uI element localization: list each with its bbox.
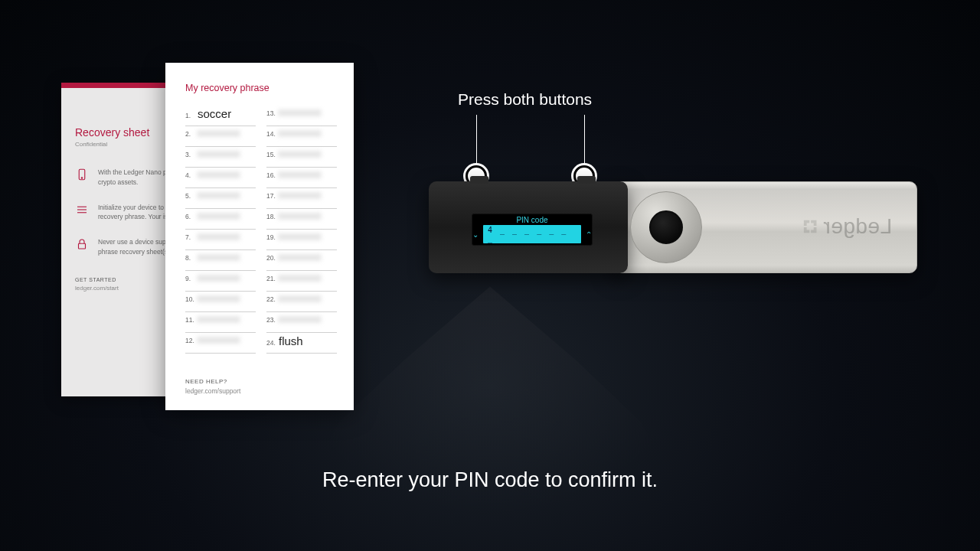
phrase-word-row: 11.xxxxxxxx	[185, 314, 256, 333]
ledger-device: Ledger PIN code ⌄ 4 _ _ _ _ _ _ _ ⌃	[429, 181, 919, 279]
phrase-word-text: flush	[279, 334, 303, 347]
phrase-word-row: 20.xxxxxxxx	[266, 252, 337, 271]
phrase-word-number: 3.	[185, 151, 198, 158]
phrase-word-text: xxxxxxxx	[279, 107, 322, 118]
phrase-word-text: xxxxxxxx	[279, 128, 322, 139]
phrase-word-row: 21.xxxxxxxx	[266, 272, 337, 292]
svg-rect-5	[79, 243, 86, 249]
ledger-brand-icon	[802, 218, 818, 235]
instruction-text: Re-enter your PIN code to confirm it.	[0, 468, 980, 492]
device-pivot-hole	[649, 210, 683, 244]
phrase-word-row: 12.xxxxxxxx	[185, 334, 256, 354]
phrase-card-title: My recovery phrase	[185, 83, 337, 93]
phrase-word-number: 8.	[185, 254, 198, 262]
phrase-word-number: 21.	[266, 275, 279, 282]
phrase-word-text: xxxxxxxx	[198, 148, 240, 159]
phrase-word-row: 3.xxxxxxxx	[185, 148, 256, 168]
chevron-up-icon: ⌃	[586, 230, 592, 239]
phrase-column-1: 1.soccer2.xxxxxxxx3.xxxxxxxx4.xxxxxxxx5.…	[185, 107, 256, 355]
phrase-word-row: 5.xxxxxxxx	[185, 190, 256, 209]
phrase-word-number: 10.	[185, 295, 198, 303]
callout-label: Press both buttons	[458, 90, 592, 109]
phrase-word-text: xxxxxxxx	[198, 169, 240, 180]
phrase-word-number: 16.	[266, 171, 279, 179]
phrase-word-row: 4.xxxxxxxx	[185, 169, 256, 188]
phrase-word-text: xxxxxxxx	[279, 210, 322, 221]
lock-icon	[75, 237, 89, 251]
phrase-word-number: 15.	[266, 151, 279, 158]
phrase-word-number: 17.	[266, 192, 279, 200]
phrase-word-text: xxxxxxxx	[198, 231, 240, 242]
phrase-word-text: xxxxxxxx	[279, 314, 322, 324]
phrase-word-row: 24.flush	[266, 334, 337, 354]
phrase-word-text: xxxxxxxx	[198, 190, 240, 201]
phrase-word-number: 7.	[185, 233, 198, 241]
callout-line-left	[476, 115, 477, 165]
phrase-word-text: soccer	[198, 107, 231, 120]
phrase-word-row: 18.xxxxxxxx	[266, 210, 337, 230]
phrase-word-number: 5.	[185, 192, 198, 200]
phrase-word-text: xxxxxxxx	[279, 231, 322, 242]
phrase-word-row: 8.xxxxxxxx	[185, 252, 256, 271]
phrase-word-number: 11.	[185, 316, 198, 324]
phrase-word-number: 13.	[266, 109, 279, 117]
phrase-word-number: 12.	[185, 337, 198, 344]
phrase-word-text: xxxxxxxx	[279, 252, 322, 262]
device-screen: PIN code ⌄ 4 _ _ _ _ _ _ _ ⌃	[472, 214, 593, 246]
phrase-word-row: 2.xxxxxxxx	[185, 128, 256, 147]
phrase-word-number: 18.	[266, 213, 279, 220]
phrase-word-row: 13.xxxxxxxx	[266, 107, 337, 126]
phrase-word-number: 19.	[266, 233, 279, 241]
phrase-word-text: xxxxxxxx	[279, 190, 322, 201]
screen-title: PIN code	[516, 216, 547, 224]
phrase-word-row: 1.soccer	[185, 107, 256, 126]
phrase-word-number: 1.	[185, 112, 198, 119]
phrase-word-row: 22.xxxxxxxx	[266, 293, 337, 312]
phrase-word-number: 20.	[266, 254, 279, 262]
phrase-word-number: 6.	[185, 213, 198, 220]
phrase-word-number: 24.	[266, 339, 279, 347]
callout-line-right	[584, 115, 585, 165]
phrase-word-text: xxxxxxxx	[198, 293, 240, 304]
phrase-word-text: xxxxxxxx	[198, 128, 240, 139]
list-icon	[75, 203, 89, 217]
phrase-word-text: xxxxxxxx	[198, 314, 240, 324]
phrase-word-text: xxxxxxxx	[198, 334, 240, 345]
phrase-help-link: ledger.com/support	[185, 387, 337, 395]
phrase-word-text: xxxxxxxx	[279, 169, 322, 180]
phrase-word-row: 10.xxxxxxxx	[185, 293, 256, 312]
pin-entry-field[interactable]: 4 _ _ _ _ _ _ _	[483, 225, 581, 243]
svg-point-1	[81, 178, 83, 179]
phrase-word-row: 17.xxxxxxxx	[266, 190, 337, 209]
phrase-word-row: 9.xxxxxxxx	[185, 272, 256, 292]
phrase-word-row: 14.xxxxxxxx	[266, 128, 337, 147]
phrase-word-row: 23.xxxxxxxx	[266, 314, 337, 333]
phrase-word-text: xxxxxxxx	[198, 252, 240, 262]
phrase-word-row: 15.xxxxxxxx	[266, 148, 337, 168]
phrase-word-number: 2.	[185, 130, 198, 138]
recovery-phrase-card: My recovery phrase 1.soccer2.xxxxxxxx3.x…	[165, 63, 354, 410]
phrase-help-label: NEED HELP?	[185, 378, 337, 385]
phrase-word-row: 6.xxxxxxxx	[185, 210, 256, 230]
phrase-word-text: xxxxxxxx	[279, 293, 322, 304]
phrase-word-number: 9.	[185, 275, 198, 282]
phrase-word-text: xxxxxxxx	[198, 272, 240, 283]
phrase-word-number: 4.	[185, 171, 198, 179]
device-body: PIN code ⌄ 4 _ _ _ _ _ _ _ ⌃	[429, 181, 628, 273]
phrase-word-row: 19.xxxxxxxx	[266, 231, 337, 250]
chevron-down-icon: ⌄	[472, 230, 479, 239]
phrase-column-2: 13.xxxxxxxx14.xxxxxxxx15.xxxxxxxx16.xxxx…	[266, 107, 337, 355]
phrase-word-text: xxxxxxxx	[279, 272, 322, 283]
phrase-word-number: 22.	[266, 295, 279, 303]
hardware-button-left[interactable]	[470, 176, 488, 184]
ledger-logo: Ledger	[802, 214, 892, 239]
phrase-word-row: 7.xxxxxxxx	[185, 231, 256, 250]
brand-text: Ledger	[823, 214, 892, 239]
phrase-word-number: 23.	[266, 316, 279, 324]
phrase-word-row: 16.xxxxxxxx	[266, 169, 337, 188]
phrase-word-text: xxxxxxxx	[279, 148, 322, 159]
device-icon	[75, 168, 89, 181]
hardware-button-right[interactable]	[577, 176, 596, 184]
phrase-word-text: xxxxxxxx	[198, 210, 240, 221]
phrase-word-number: 14.	[266, 130, 279, 138]
